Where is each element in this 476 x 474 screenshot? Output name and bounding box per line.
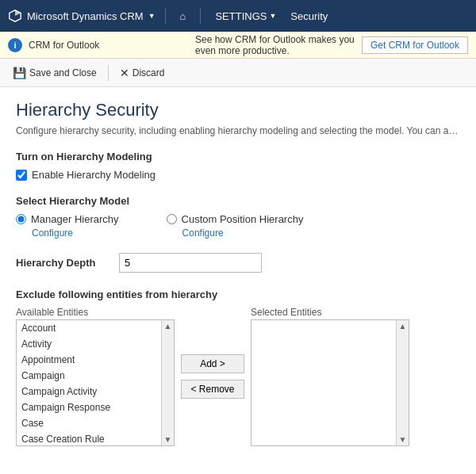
add-button[interactable]: Add > [181,354,244,373]
hierarchy-depth-input[interactable] [119,253,262,273]
selected-entities-wrapper: Selected Entities ▲ ▼ [251,307,409,446]
page-title: Hierarchy Security [16,100,460,120]
info-icon: i [8,38,22,52]
discard-icon: ✕ [120,67,129,79]
hierarchy-modeling-row: Enable Hierarchy Modeling [16,169,460,181]
custom-hierarchy-radio[interactable] [167,214,177,224]
nav-settings-label: SETTINGS [215,10,267,22]
home-icon: ⌂ [180,10,186,22]
settings-chevron-icon: ▼ [269,12,276,20]
nav-logo: Microsoft Dynamics CRM ▼ [8,9,155,23]
toolbar-separator [108,65,109,81]
enable-hierarchy-checkbox[interactable] [16,170,27,181]
entities-container: Available Entities AccountActivityAppoin… [16,307,460,446]
available-entities-label: Available Entities [16,307,175,318]
discard-button[interactable]: ✕ Discard [113,63,171,82]
entity-item[interactable]: Campaign Activity [17,384,174,399]
custom-hierarchy-label: Custom Position Hierarchy [182,213,304,225]
manager-configure-link[interactable]: Configure [32,227,119,239]
nav-home-button[interactable]: ⌂ [175,7,191,25]
main-content: Hierarchy Security Configure hierarchy s… [0,87,476,459]
nav-logo-chevron-icon: ▼ [148,12,155,20]
selected-entities-list[interactable]: ▲ ▼ [251,319,409,446]
nav-divider-2 [200,8,201,24]
nav-bar: Microsoft Dynamics CRM ▼ ⌂ SETTINGS ▼ Se… [0,0,476,32]
available-entities-list[interactable]: AccountActivityAppointmentCampaignCampai… [16,319,175,446]
nav-logo-text: Microsoft Dynamics CRM [27,10,144,22]
hierarchy-modeling-section-label: Turn on Hierarchy Modeling [16,151,460,162]
selected-scroll-down-icon[interactable]: ▼ [397,434,409,445]
selected-entities-label: Selected Entities [251,307,409,318]
hierarchy-depth-row: Hierarchy Depth [16,253,460,273]
middle-buttons: Add > < Remove [181,354,244,399]
scroll-up-icon[interactable]: ▲ [163,320,174,332]
selected-scroll-up-icon[interactable]: ▲ [397,320,409,332]
hierarchy-model-radio-group: Manager Hierarchy Configure Custom Posit… [16,213,460,239]
entity-item[interactable]: Appointment [17,352,174,368]
selected-list-scrollbar[interactable]: ▲ ▼ [396,320,409,445]
dynamics-logo-icon [8,9,22,23]
enable-hierarchy-label: Enable Hierarchy Modeling [32,169,155,181]
info-banner-message: See how CRM for Outlook makes you even m… [195,34,355,56]
hierarchy-depth-label: Hierarchy Depth [16,257,111,269]
scroll-down-icon[interactable]: ▼ [163,434,174,445]
entity-item[interactable]: Case Creation Rule [17,431,174,446]
manager-hierarchy-label: Manager Hierarchy [31,213,119,225]
nav-security-label: Security [290,10,328,22]
entity-item[interactable]: Account [17,320,174,336]
entity-item[interactable]: Campaign Response [17,399,174,415]
nav-settings-button[interactable]: SETTINGS ▼ [210,7,281,25]
remove-button[interactable]: < Remove [181,380,244,399]
available-list-scrollbar[interactable]: ▲ ▼ [161,320,174,445]
page-description: Configure hierarchy security, including … [16,125,460,136]
save-icon: 💾 [13,67,26,79]
custom-hierarchy-option: Custom Position Hierarchy Configure [167,213,304,239]
entity-item[interactable]: Activity [17,336,174,352]
manager-hierarchy-option: Manager Hierarchy Configure [16,213,119,239]
hierarchy-model-section-label: Select Hierarchy Model [16,195,460,207]
entities-section-label: Exclude following entities from hierarch… [16,289,460,300]
save-close-button[interactable]: 💾 Save and Close [6,63,103,82]
save-close-label: Save and Close [29,67,97,78]
info-banner-product: CRM for Outlook [29,40,189,51]
info-banner: i CRM for Outlook See how CRM for Outloo… [0,32,476,59]
entity-item[interactable]: Case [17,415,174,431]
available-entities-wrapper: Available Entities AccountActivityAppoin… [16,307,175,446]
toolbar: 💾 Save and Close ✕ Discard [0,59,476,87]
nav-divider-1 [165,8,166,24]
manager-hierarchy-radio[interactable] [16,214,26,224]
discard-label: Discard [132,67,165,78]
get-crm-outlook-button[interactable]: Get CRM for Outlook [362,36,468,54]
entity-item[interactable]: Campaign [17,368,174,384]
custom-configure-link[interactable]: Configure [182,227,304,239]
